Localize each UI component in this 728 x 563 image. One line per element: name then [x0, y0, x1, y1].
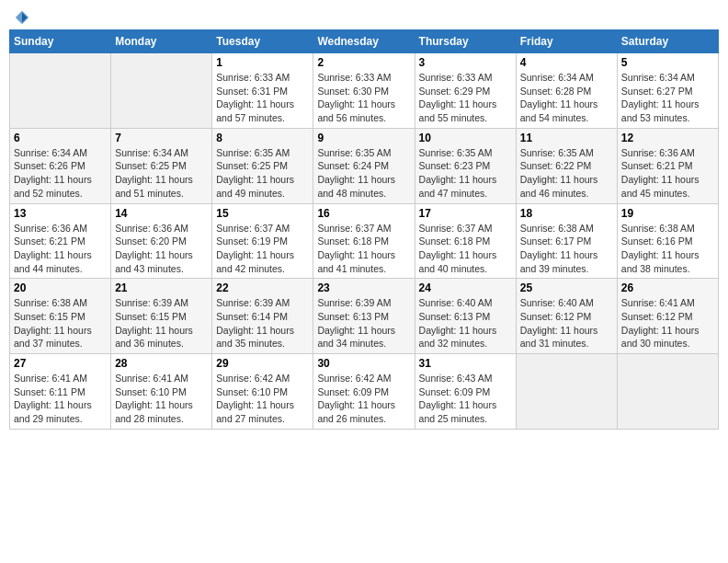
- day-number: 14: [115, 207, 208, 220]
- calendar-header-row: SundayMondayTuesdayWednesdayThursdayFrid…: [10, 30, 719, 53]
- calendar-cell: 26Sunrise: 6:41 AM Sunset: 6:12 PM Dayli…: [617, 279, 718, 354]
- logo-icon: [14, 9, 30, 26]
- calendar-cell: 6Sunrise: 6:34 AM Sunset: 6:26 PM Daylig…: [10, 128, 111, 203]
- calendar-cell: 5Sunrise: 6:34 AM Sunset: 6:27 PM Daylig…: [617, 53, 718, 129]
- calendar-cell: 10Sunrise: 6:35 AM Sunset: 6:23 PM Dayli…: [415, 128, 516, 203]
- calendar-cell: 27Sunrise: 6:41 AM Sunset: 6:11 PM Dayli…: [10, 354, 111, 430]
- weekday-header: Saturday: [617, 30, 718, 53]
- calendar-cell: 12Sunrise: 6:36 AM Sunset: 6:21 PM Dayli…: [617, 128, 718, 203]
- day-info: Sunrise: 6:33 AM Sunset: 6:30 PM Dayligh…: [317, 71, 410, 125]
- weekday-header: Monday: [111, 30, 212, 53]
- calendar-table: SundayMondayTuesdayWednesdayThursdayFrid…: [9, 29, 719, 430]
- calendar-cell: 9Sunrise: 6:35 AM Sunset: 6:24 PM Daylig…: [313, 128, 415, 203]
- day-info: Sunrise: 6:41 AM Sunset: 6:12 PM Dayligh…: [621, 296, 714, 350]
- day-number: 11: [520, 132, 613, 144]
- day-info: Sunrise: 6:36 AM Sunset: 6:20 PM Dayligh…: [115, 222, 208, 276]
- day-info: Sunrise: 6:39 AM Sunset: 6:15 PM Dayligh…: [115, 296, 208, 350]
- day-number: 13: [14, 207, 107, 220]
- day-number: 5: [621, 56, 714, 69]
- day-info: Sunrise: 6:35 AM Sunset: 6:24 PM Dayligh…: [317, 146, 410, 201]
- day-info: Sunrise: 6:34 AM Sunset: 6:25 PM Dayligh…: [115, 146, 208, 201]
- day-number: 26: [621, 282, 714, 294]
- calendar-cell: 11Sunrise: 6:35 AM Sunset: 6:22 PM Dayli…: [516, 128, 617, 203]
- calendar-cell: 1Sunrise: 6:33 AM Sunset: 6:31 PM Daylig…: [212, 53, 313, 129]
- calendar-cell: [10, 53, 111, 129]
- day-number: 22: [216, 282, 309, 294]
- day-number: 30: [317, 357, 410, 370]
- day-info: Sunrise: 6:35 AM Sunset: 6:22 PM Dayligh…: [520, 146, 613, 201]
- logo: [13, 9, 30, 22]
- calendar-cell: 15Sunrise: 6:37 AM Sunset: 6:19 PM Dayli…: [212, 203, 313, 279]
- day-number: 25: [520, 282, 613, 294]
- day-info: Sunrise: 6:36 AM Sunset: 6:21 PM Dayligh…: [621, 146, 714, 201]
- calendar-cell: 22Sunrise: 6:39 AM Sunset: 6:14 PM Dayli…: [212, 279, 313, 354]
- calendar-cell: 19Sunrise: 6:38 AM Sunset: 6:16 PM Dayli…: [617, 203, 718, 279]
- day-info: Sunrise: 6:37 AM Sunset: 6:19 PM Dayligh…: [216, 222, 309, 276]
- day-info: Sunrise: 6:37 AM Sunset: 6:18 PM Dayligh…: [419, 222, 512, 276]
- calendar-cell: 3Sunrise: 6:33 AM Sunset: 6:29 PM Daylig…: [415, 53, 516, 129]
- day-number: 3: [419, 56, 512, 69]
- calendar-week-row: 20Sunrise: 6:38 AM Sunset: 6:15 PM Dayli…: [10, 279, 719, 354]
- calendar-cell: 4Sunrise: 6:34 AM Sunset: 6:28 PM Daylig…: [516, 53, 617, 129]
- calendar-cell: 30Sunrise: 6:42 AM Sunset: 6:09 PM Dayli…: [313, 354, 415, 430]
- day-info: Sunrise: 6:40 AM Sunset: 6:13 PM Dayligh…: [419, 296, 512, 350]
- day-number: 6: [14, 132, 107, 144]
- day-number: 28: [115, 357, 208, 370]
- calendar-week-row: 1Sunrise: 6:33 AM Sunset: 6:31 PM Daylig…: [10, 53, 719, 129]
- calendar-cell: 20Sunrise: 6:38 AM Sunset: 6:15 PM Dayli…: [10, 279, 111, 354]
- weekday-header: Thursday: [415, 30, 516, 53]
- day-number: 24: [419, 282, 512, 294]
- day-info: Sunrise: 6:38 AM Sunset: 6:15 PM Dayligh…: [14, 296, 107, 350]
- day-info: Sunrise: 6:35 AM Sunset: 6:23 PM Dayligh…: [419, 146, 512, 201]
- day-number: 9: [317, 132, 410, 144]
- day-number: 1: [216, 56, 309, 69]
- calendar-cell: 25Sunrise: 6:40 AM Sunset: 6:12 PM Dayli…: [516, 279, 617, 354]
- calendar-week-row: 13Sunrise: 6:36 AM Sunset: 6:21 PM Dayli…: [10, 203, 719, 279]
- day-info: Sunrise: 6:33 AM Sunset: 6:31 PM Dayligh…: [216, 71, 309, 125]
- day-number: 31: [419, 357, 512, 370]
- calendar-cell: 18Sunrise: 6:38 AM Sunset: 6:17 PM Dayli…: [516, 203, 617, 279]
- weekday-header: Sunday: [10, 30, 111, 53]
- calendar-cell: 24Sunrise: 6:40 AM Sunset: 6:13 PM Dayli…: [415, 279, 516, 354]
- day-info: Sunrise: 6:43 AM Sunset: 6:09 PM Dayligh…: [419, 372, 512, 426]
- day-number: 20: [14, 282, 107, 294]
- day-info: Sunrise: 6:34 AM Sunset: 6:26 PM Dayligh…: [14, 146, 107, 201]
- day-info: Sunrise: 6:36 AM Sunset: 6:21 PM Dayligh…: [14, 222, 107, 276]
- day-info: Sunrise: 6:42 AM Sunset: 6:09 PM Dayligh…: [317, 372, 410, 426]
- calendar-cell: 17Sunrise: 6:37 AM Sunset: 6:18 PM Dayli…: [415, 203, 516, 279]
- day-number: 7: [115, 132, 208, 144]
- day-number: 17: [419, 207, 512, 220]
- calendar-cell: 14Sunrise: 6:36 AM Sunset: 6:20 PM Dayli…: [111, 203, 212, 279]
- calendar-cell: 28Sunrise: 6:41 AM Sunset: 6:10 PM Dayli…: [111, 354, 212, 430]
- day-info: Sunrise: 6:42 AM Sunset: 6:10 PM Dayligh…: [216, 372, 309, 426]
- calendar-cell: [516, 354, 617, 430]
- calendar-week-row: 6Sunrise: 6:34 AM Sunset: 6:26 PM Daylig…: [10, 128, 719, 203]
- day-info: Sunrise: 6:38 AM Sunset: 6:17 PM Dayligh…: [520, 222, 613, 276]
- day-number: 18: [520, 207, 613, 220]
- calendar-cell: 13Sunrise: 6:36 AM Sunset: 6:21 PM Dayli…: [10, 203, 111, 279]
- day-info: Sunrise: 6:40 AM Sunset: 6:12 PM Dayligh…: [520, 296, 613, 350]
- day-info: Sunrise: 6:39 AM Sunset: 6:14 PM Dayligh…: [216, 296, 309, 350]
- day-info: Sunrise: 6:33 AM Sunset: 6:29 PM Dayligh…: [419, 71, 512, 125]
- day-number: 4: [520, 56, 613, 69]
- calendar-cell: 7Sunrise: 6:34 AM Sunset: 6:25 PM Daylig…: [111, 128, 212, 203]
- day-info: Sunrise: 6:34 AM Sunset: 6:28 PM Dayligh…: [520, 71, 613, 125]
- day-number: 21: [115, 282, 208, 294]
- calendar-cell: 23Sunrise: 6:39 AM Sunset: 6:13 PM Dayli…: [313, 279, 415, 354]
- day-info: Sunrise: 6:41 AM Sunset: 6:10 PM Dayligh…: [115, 372, 208, 426]
- calendar-week-row: 27Sunrise: 6:41 AM Sunset: 6:11 PM Dayli…: [10, 354, 719, 430]
- day-number: 10: [419, 132, 512, 144]
- day-number: 29: [216, 357, 309, 370]
- weekday-header: Friday: [516, 30, 617, 53]
- day-number: 15: [216, 207, 309, 220]
- day-info: Sunrise: 6:35 AM Sunset: 6:25 PM Dayligh…: [216, 146, 309, 201]
- calendar-cell: 21Sunrise: 6:39 AM Sunset: 6:15 PM Dayli…: [111, 279, 212, 354]
- calendar-cell: [111, 53, 212, 129]
- day-number: 2: [317, 56, 410, 69]
- day-number: 12: [621, 132, 714, 144]
- day-number: 16: [317, 207, 410, 220]
- page-header: [9, 9, 719, 22]
- day-number: 27: [14, 357, 107, 370]
- day-number: 19: [621, 207, 714, 220]
- calendar-cell: 31Sunrise: 6:43 AM Sunset: 6:09 PM Dayli…: [415, 354, 516, 430]
